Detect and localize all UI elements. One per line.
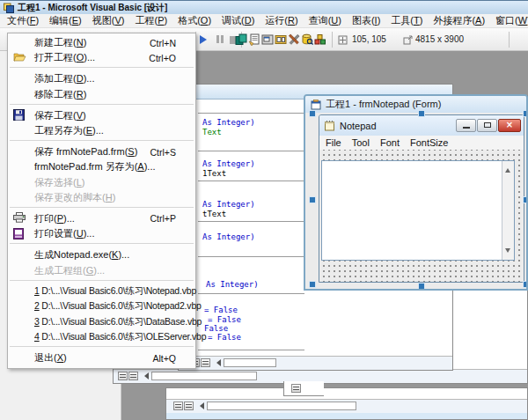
menu-debug[interactable]: 调试(D): [216, 13, 260, 28]
notepad-textbox[interactable]: [321, 160, 515, 261]
menu-window[interactable]: 窗口(W): [490, 13, 528, 28]
scroll-left-icon[interactable]: [141, 372, 149, 379]
code-window-bottom[interactable]: [165, 387, 528, 420]
menu-format[interactable]: 格式(O): [172, 13, 216, 28]
horizontal-scrollbar[interactable]: [207, 402, 356, 410]
printer-icon: [13, 212, 27, 225]
menu-item-save-project-as[interactable]: 工程另存为(E)...: [8, 123, 195, 138]
menubar: 文件(F) 编辑(E) 视图(V) 工程(P) 格式(O) 调试(D) 运行(R…: [0, 14, 528, 28]
scroll-up-icon[interactable]: [505, 166, 510, 173]
menu-edit[interactable]: 编辑(E): [44, 13, 87, 28]
form-designer-window[interactable]: 工程1 - frmNotepad (Form) Notepad × File T…: [304, 94, 528, 291]
procedure-separator: [198, 151, 304, 151]
app-titlebar[interactable]: 工程1 - Microsoft Visual Basic [设计]: [0, 0, 528, 14]
menu-item-recent-file-1[interactable]: 1 D:\...\Visual Basic6.0\练习\Notepad.vbp: [8, 284, 195, 299]
menu-item-print[interactable]: 打印(P)... Ctrl+P: [8, 211, 195, 226]
form-menu-font[interactable]: Font: [376, 137, 406, 148]
close-button[interactable]: ×: [498, 119, 521, 132]
menu-item-save-project[interactable]: 保存工程(V): [8, 108, 195, 123]
procedure-separator: [198, 221, 304, 222]
form-menu-tool[interactable]: Tool: [348, 137, 376, 148]
menu-addins[interactable]: 外接程序(A): [428, 13, 490, 28]
code-line: Text: [202, 129, 222, 136]
scroll-left-icon[interactable]: [196, 402, 204, 409]
run-button[interactable]: [199, 33, 211, 46]
menu-run[interactable]: 运行(R): [260, 13, 303, 28]
menu-item-print-setup[interactable]: 打印设置(U)...: [8, 226, 195, 241]
form-layout-button[interactable]: [261, 33, 275, 47]
procedure-separator: [198, 113, 304, 114]
size-indicator: 4815 x 3900: [415, 34, 464, 44]
data-view-button[interactable]: [301, 33, 314, 47]
designer-titlebar[interactable]: 工程1 - frmNotepad (Form): [305, 96, 526, 113]
run-icon: [200, 35, 211, 44]
menu-separator: [10, 104, 194, 106]
procedure-view-button[interactable]: [118, 372, 128, 380]
selection-handle[interactable]: [418, 110, 425, 117]
notepad-form-titlebar[interactable]: Notepad ×: [319, 115, 524, 136]
toolbar-separator: [332, 32, 333, 48]
project-explorer-icon: [235, 33, 247, 46]
toolbox-button[interactable]: [288, 33, 301, 47]
window-title: 工程1 - Microsoft Visual Basic [设计]: [18, 2, 167, 14]
menu-item-open-project[interactable]: 打开工程(O)... Ctrl+O: [8, 50, 195, 65]
code-line: As Integer): [202, 201, 255, 209]
minimize-button[interactable]: [456, 119, 476, 132]
menu-view[interactable]: 视图(V): [87, 13, 130, 28]
menu-item-add-project[interactable]: 添加工程(D)...: [8, 71, 195, 86]
break-button[interactable]: [214, 33, 226, 46]
menu-item-make-exe[interactable]: 生成Notepad.exe(K)...: [8, 247, 195, 262]
form-menu-file[interactable]: File: [321, 137, 348, 148]
object-browser-button[interactable]: [275, 33, 288, 47]
horizontal-scrollbar[interactable]: [151, 372, 257, 380]
menu-item-save-form[interactable]: 保存 frmNotePad.frm(S) Ctrl+S: [8, 144, 195, 159]
selection-handle[interactable]: [523, 110, 528, 117]
toolbar-separator: [509, 32, 510, 48]
object-browser-icon: [275, 33, 287, 46]
menu-file[interactable]: 文件(F): [2, 13, 44, 28]
menu-item-remove-project[interactable]: 移除工程(R): [8, 87, 195, 102]
selection-handle[interactable]: [309, 110, 316, 117]
scroll-left-icon[interactable]: [213, 359, 221, 366]
procedure-view-button[interactable]: [291, 384, 301, 393]
size-indicator-icon: [403, 35, 416, 48]
full-module-view-button[interactable]: [128, 372, 138, 380]
menu-diagram[interactable]: 图表(I): [347, 13, 385, 28]
textbox-vertical-scrollbar[interactable]: [502, 161, 514, 260]
selection-handle[interactable]: [309, 281, 316, 288]
full-module-view-button[interactable]: [201, 358, 210, 367]
properties-window-button[interactable]: [248, 33, 261, 47]
menu-item-new-project[interactable]: 新建工程(N) Ctrl+N: [8, 35, 195, 50]
notepad-form[interactable]: Notepad × File Tool Font FontSize: [319, 114, 524, 283]
menu-item-recent-file-2[interactable]: 2 D:\...\Visual Basic6.0\练习\Notepad2.vbp: [8, 299, 195, 314]
procedure-view-button[interactable]: [173, 402, 183, 410]
full-module-view-button[interactable]: [184, 402, 194, 410]
menu-item-exit[interactable]: 退出(X) Alt+Q: [8, 350, 195, 365]
menu-item-save-form-as[interactable]: frmNotePad.frm 另存为(A)...: [8, 159, 195, 174]
procedure-separator: [198, 256, 304, 257]
menu-query[interactable]: 查询(U): [304, 13, 347, 28]
component-manager-button[interactable]: [314, 33, 327, 47]
toolbox-icon: [288, 33, 300, 46]
horizontal-scrollbar[interactable]: [224, 358, 276, 367]
menu-separator: [10, 67, 194, 69]
menu-item-recent-file-4[interactable]: 4 D:\...\Visual Basic6.0\练习\OLEServer.vb…: [8, 329, 195, 344]
selection-handle[interactable]: [418, 283, 425, 290]
menu-project[interactable]: 工程(P): [129, 13, 172, 28]
code-line: False: [204, 325, 228, 333]
code-window-corner[interactable]: [283, 381, 324, 396]
form-grid-area[interactable]: [319, 150, 524, 282]
maximize-button[interactable]: [477, 119, 497, 132]
selection-handle[interactable]: [309, 196, 316, 203]
code-line: 1Text: [202, 170, 226, 178]
menu-tools[interactable]: 工具(T): [385, 13, 428, 28]
selection-handle[interactable]: [523, 196, 528, 203]
selection-handle[interactable]: [523, 281, 528, 288]
project-explorer-button[interactable]: [235, 33, 248, 47]
menu-separator: [10, 280, 194, 282]
form-menu-fontsize[interactable]: FontSize: [406, 137, 454, 148]
menu-item-recent-file-3[interactable]: 3 D:\...\Visual Basic6.0\练习\DataBase.vbp: [8, 314, 195, 329]
scroll-down-icon[interactable]: [505, 248, 510, 255]
notepad-icon: [324, 120, 335, 131]
form-window-icon: [311, 99, 321, 110]
